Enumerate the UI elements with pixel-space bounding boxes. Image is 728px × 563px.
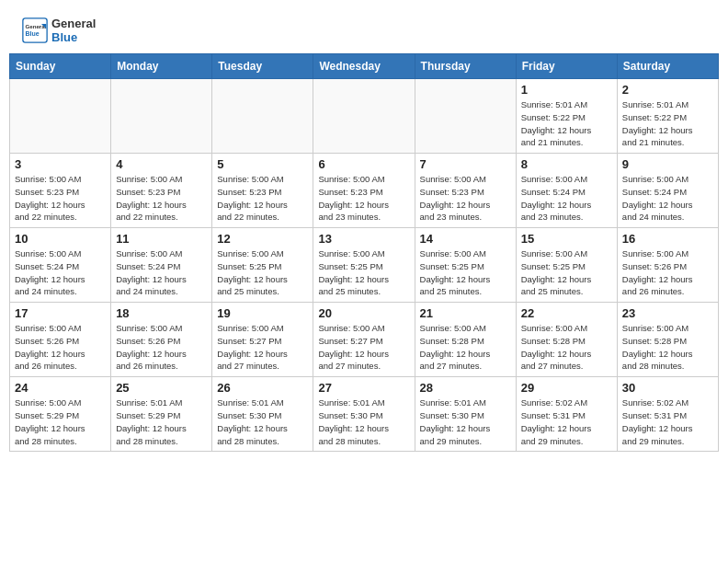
day-number: 15 — [521, 232, 612, 246]
day-cell: 14Sunrise: 5:00 AM Sunset: 5:25 PM Dayli… — [415, 228, 516, 303]
day-number: 2 — [622, 83, 713, 97]
day-number: 18 — [116, 306, 207, 320]
day-info: Sunrise: 5:01 AM Sunset: 5:30 PM Dayligh… — [420, 396, 511, 447]
logo-text-general: General — [51, 17, 96, 30]
day-info: Sunrise: 5:00 AM Sunset: 5:27 PM Dayligh… — [217, 322, 308, 373]
day-cell: 30Sunrise: 5:02 AM Sunset: 5:31 PM Dayli… — [617, 377, 718, 452]
weekday-header-sunday: Sunday — [10, 54, 111, 79]
day-number: 14 — [420, 232, 511, 246]
weekday-row: SundayMondayTuesdayWednesdayThursdayFrid… — [10, 54, 719, 79]
day-info: Sunrise: 5:01 AM Sunset: 5:22 PM Dayligh… — [622, 98, 713, 149]
day-number: 7 — [420, 157, 511, 171]
day-info: Sunrise: 5:00 AM Sunset: 5:28 PM Dayligh… — [521, 322, 612, 373]
day-cell: 12Sunrise: 5:00 AM Sunset: 5:25 PM Dayli… — [212, 228, 313, 303]
day-cell: 9Sunrise: 5:00 AM Sunset: 5:24 PM Daylig… — [617, 154, 718, 228]
page-header: General Blue General Blue — [0, 0, 728, 53]
day-info: Sunrise: 5:00 AM Sunset: 5:23 PM Dayligh… — [116, 173, 207, 224]
day-info: Sunrise: 5:00 AM Sunset: 5:27 PM Dayligh… — [318, 322, 409, 373]
day-number: 11 — [116, 232, 207, 246]
day-cell: 21Sunrise: 5:00 AM Sunset: 5:28 PM Dayli… — [415, 303, 516, 377]
day-info: Sunrise: 5:00 AM Sunset: 5:23 PM Dayligh… — [15, 173, 106, 224]
day-cell: 3Sunrise: 5:00 AM Sunset: 5:23 PM Daylig… — [10, 154, 111, 228]
week-row-3: 17Sunrise: 5:00 AM Sunset: 5:26 PM Dayli… — [10, 303, 719, 377]
day-cell: 13Sunrise: 5:00 AM Sunset: 5:25 PM Dayli… — [313, 228, 415, 303]
week-row-1: 3Sunrise: 5:00 AM Sunset: 5:23 PM Daylig… — [10, 154, 719, 228]
day-number: 10 — [15, 232, 106, 246]
weekday-header-friday: Friday — [516, 54, 617, 79]
day-info: Sunrise: 5:00 AM Sunset: 5:24 PM Dayligh… — [622, 173, 713, 224]
week-row-2: 10Sunrise: 5:00 AM Sunset: 5:24 PM Dayli… — [10, 228, 719, 303]
day-cell: 28Sunrise: 5:01 AM Sunset: 5:30 PM Dayli… — [415, 377, 516, 452]
day-cell: 11Sunrise: 5:00 AM Sunset: 5:24 PM Dayli… — [111, 228, 212, 303]
day-cell: 8Sunrise: 5:00 AM Sunset: 5:24 PM Daylig… — [516, 154, 617, 228]
day-cell: 17Sunrise: 5:00 AM Sunset: 5:26 PM Dayli… — [10, 303, 111, 377]
day-number: 17 — [15, 306, 106, 320]
day-cell: 27Sunrise: 5:01 AM Sunset: 5:30 PM Dayli… — [313, 377, 415, 452]
day-number: 9 — [622, 157, 713, 171]
day-cell: 20Sunrise: 5:00 AM Sunset: 5:27 PM Dayli… — [313, 303, 415, 377]
logo-text-blue: Blue — [51, 30, 96, 44]
day-number: 29 — [521, 381, 612, 395]
day-number: 21 — [420, 306, 511, 320]
day-info: Sunrise: 5:01 AM Sunset: 5:22 PM Dayligh… — [521, 98, 612, 149]
day-info: Sunrise: 5:00 AM Sunset: 5:28 PM Dayligh… — [420, 322, 511, 373]
day-cell: 7Sunrise: 5:00 AM Sunset: 5:23 PM Daylig… — [415, 154, 516, 228]
day-cell: 4Sunrise: 5:00 AM Sunset: 5:23 PM Daylig… — [111, 154, 212, 228]
day-info: Sunrise: 5:00 AM Sunset: 5:26 PM Dayligh… — [116, 322, 207, 373]
day-number: 24 — [15, 381, 106, 395]
day-info: Sunrise: 5:00 AM Sunset: 5:26 PM Dayligh… — [622, 247, 713, 298]
day-cell — [415, 79, 516, 154]
day-number: 26 — [217, 381, 308, 395]
day-number: 25 — [116, 381, 207, 395]
day-number: 3 — [15, 157, 106, 171]
day-info: Sunrise: 5:00 AM Sunset: 5:25 PM Dayligh… — [521, 247, 612, 298]
day-cell: 16Sunrise: 5:00 AM Sunset: 5:26 PM Dayli… — [617, 228, 718, 303]
day-cell: 15Sunrise: 5:00 AM Sunset: 5:25 PM Dayli… — [516, 228, 617, 303]
day-number: 6 — [318, 157, 409, 171]
day-cell: 23Sunrise: 5:00 AM Sunset: 5:28 PM Dayli… — [617, 303, 718, 377]
day-info: Sunrise: 5:00 AM Sunset: 5:25 PM Dayligh… — [217, 247, 308, 298]
day-cell: 6Sunrise: 5:00 AM Sunset: 5:23 PM Daylig… — [313, 154, 415, 228]
day-info: Sunrise: 5:00 AM Sunset: 5:23 PM Dayligh… — [318, 173, 409, 224]
day-cell: 2Sunrise: 5:01 AM Sunset: 5:22 PM Daylig… — [617, 79, 718, 154]
calendar-body: 1Sunrise: 5:01 AM Sunset: 5:22 PM Daylig… — [10, 79, 719, 452]
day-cell: 10Sunrise: 5:00 AM Sunset: 5:24 PM Dayli… — [10, 228, 111, 303]
day-number: 30 — [622, 381, 713, 395]
day-info: Sunrise: 5:01 AM Sunset: 5:29 PM Dayligh… — [116, 396, 207, 447]
day-cell: 5Sunrise: 5:00 AM Sunset: 5:23 PM Daylig… — [212, 154, 313, 228]
weekday-header-monday: Monday — [111, 54, 212, 79]
logo-icon: General Blue — [22, 17, 48, 43]
day-number: 13 — [318, 232, 409, 246]
week-row-0: 1Sunrise: 5:01 AM Sunset: 5:22 PM Daylig… — [10, 79, 719, 154]
day-cell — [313, 79, 415, 154]
calendar-wrapper: SundayMondayTuesdayWednesdayThursdayFrid… — [0, 53, 728, 461]
day-info: Sunrise: 5:00 AM Sunset: 5:23 PM Dayligh… — [420, 173, 511, 224]
day-cell: 1Sunrise: 5:01 AM Sunset: 5:22 PM Daylig… — [516, 79, 617, 154]
day-cell — [212, 79, 313, 154]
calendar-table: SundayMondayTuesdayWednesdayThursdayFrid… — [9, 53, 719, 452]
weekday-header-wednesday: Wednesday — [313, 54, 415, 79]
day-cell: 24Sunrise: 5:00 AM Sunset: 5:29 PM Dayli… — [10, 377, 111, 452]
day-info: Sunrise: 5:00 AM Sunset: 5:25 PM Dayligh… — [318, 247, 409, 298]
day-cell: 26Sunrise: 5:01 AM Sunset: 5:30 PM Dayli… — [212, 377, 313, 452]
day-number: 5 — [217, 157, 308, 171]
day-cell — [10, 79, 111, 154]
day-info: Sunrise: 5:01 AM Sunset: 5:30 PM Dayligh… — [217, 396, 308, 447]
day-number: 20 — [318, 306, 409, 320]
day-info: Sunrise: 5:02 AM Sunset: 5:31 PM Dayligh… — [622, 396, 713, 447]
day-cell: 18Sunrise: 5:00 AM Sunset: 5:26 PM Dayli… — [111, 303, 212, 377]
day-info: Sunrise: 5:00 AM Sunset: 5:24 PM Dayligh… — [116, 247, 207, 298]
day-cell — [111, 79, 212, 154]
weekday-header-thursday: Thursday — [415, 54, 516, 79]
day-number: 19 — [217, 306, 308, 320]
day-number: 16 — [622, 232, 713, 246]
day-number: 12 — [217, 232, 308, 246]
day-info: Sunrise: 5:00 AM Sunset: 5:26 PM Dayligh… — [15, 322, 106, 373]
day-info: Sunrise: 5:00 AM Sunset: 5:24 PM Dayligh… — [521, 173, 612, 224]
day-number: 4 — [116, 157, 207, 171]
day-info: Sunrise: 5:02 AM Sunset: 5:31 PM Dayligh… — [521, 396, 612, 447]
logo: General Blue General Blue — [22, 17, 96, 44]
day-info: Sunrise: 5:01 AM Sunset: 5:30 PM Dayligh… — [318, 396, 409, 447]
day-number: 27 — [318, 381, 409, 395]
day-cell: 25Sunrise: 5:01 AM Sunset: 5:29 PM Dayli… — [111, 377, 212, 452]
